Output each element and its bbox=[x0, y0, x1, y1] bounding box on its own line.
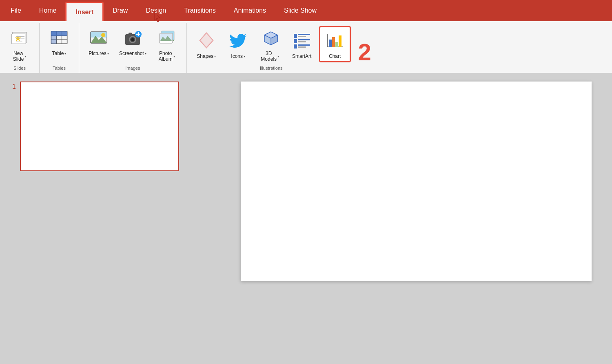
tab-animations[interactable]: Animations bbox=[225, 0, 275, 21]
shapes-button[interactable]: Shapes ▾ bbox=[192, 27, 221, 61]
table-label: Table bbox=[52, 51, 64, 56]
smartart-button[interactable]: SmartArt bbox=[287, 27, 317, 61]
main-slide-canvas[interactable] bbox=[241, 82, 592, 281]
slides-panel: 1 bbox=[0, 73, 220, 364]
icons-label: Icons bbox=[231, 53, 243, 59]
photo-album-label: PhotoAlbum bbox=[159, 51, 173, 62]
chart-label: Chart bbox=[329, 53, 341, 59]
pictures-button[interactable]: Pictures ▾ bbox=[84, 24, 113, 58]
svg-marker-31 bbox=[200, 33, 213, 48]
pictures-dropdown[interactable]: ▾ bbox=[107, 52, 109, 55]
slides-group-label: Slides bbox=[5, 64, 34, 73]
svg-point-16 bbox=[101, 33, 105, 37]
photo-album-button[interactable]: PhotoAlbum ▾ bbox=[152, 24, 182, 64]
tab-transitions[interactable]: Transitions bbox=[175, 0, 225, 21]
table-icon bbox=[48, 26, 71, 49]
tab-design[interactable]: Design bbox=[137, 0, 175, 21]
svg-rect-42 bbox=[294, 44, 297, 49]
svg-rect-40 bbox=[298, 39, 310, 40]
svg-rect-41 bbox=[298, 41, 306, 42]
tab-slideshow[interactable]: Slide Show bbox=[275, 0, 326, 21]
shapes-icon bbox=[195, 29, 218, 52]
3d-models-button[interactable]: 3DModels ▾ bbox=[255, 24, 285, 64]
icons-dropdown[interactable]: ▾ bbox=[244, 55, 245, 58]
icons-icon bbox=[227, 29, 250, 52]
slide-thumbnail-1[interactable] bbox=[20, 82, 179, 171]
pictures-label: Pictures bbox=[89, 51, 106, 56]
annotation-2: 2 bbox=[358, 38, 371, 66]
3d-models-dropdown[interactable]: ▾ bbox=[277, 55, 279, 58]
3d-models-label: 3DModels bbox=[261, 51, 277, 62]
screenshot-dropdown[interactable]: ▾ bbox=[145, 52, 146, 55]
shapes-label: Shapes bbox=[197, 53, 213, 59]
smartart-label: SmartArt bbox=[292, 53, 311, 59]
svg-rect-49 bbox=[335, 42, 338, 47]
svg-rect-50 bbox=[339, 35, 341, 47]
images-group-label: Images bbox=[84, 64, 182, 73]
main-area: 1 bbox=[0, 73, 612, 364]
svg-rect-44 bbox=[298, 46, 306, 48]
new-slide-icon: ★ bbox=[8, 26, 31, 49]
tab-bar: File Home Insert Draw Design Transitions… bbox=[0, 0, 612, 21]
illustrations-items: Shapes ▾ Icons ▾ bbox=[192, 24, 351, 64]
svg-rect-38 bbox=[298, 36, 306, 37]
shapes-dropdown[interactable]: ▾ bbox=[214, 55, 216, 58]
photo-album-dropdown[interactable]: ▾ bbox=[173, 55, 175, 58]
svg-rect-43 bbox=[298, 44, 310, 46]
slide-item-1: 1 bbox=[12, 82, 212, 171]
photo-album-icon bbox=[155, 26, 178, 49]
chart-button[interactable]: Chart bbox=[319, 26, 351, 62]
tables-group-label: Tables bbox=[44, 64, 74, 73]
new-slide-button[interactable]: ★ NewSlide ▾ bbox=[5, 24, 34, 64]
tables-items: Table ▾ bbox=[44, 24, 74, 64]
tab-home[interactable]: Home bbox=[30, 0, 66, 21]
svg-point-20 bbox=[131, 38, 134, 41]
pictures-icon bbox=[87, 26, 110, 49]
screenshot-button[interactable]: Screenshot ▾ bbox=[116, 24, 150, 58]
table-button[interactable]: Table ▾ bbox=[44, 24, 74, 58]
svg-rect-36 bbox=[294, 34, 297, 38]
tab-file[interactable]: File bbox=[2, 0, 30, 21]
chart-icon bbox=[324, 29, 346, 52]
slides-items: ★ NewSlide ▾ bbox=[5, 24, 34, 64]
tab-insert[interactable]: Insert bbox=[65, 2, 104, 21]
svg-rect-12 bbox=[51, 31, 56, 44]
group-slides: ★ NewSlide ▾ Slides bbox=[0, 23, 40, 73]
svg-rect-37 bbox=[298, 34, 310, 35]
screenshot-label: Screenshot bbox=[119, 51, 144, 56]
group-images: Pictures ▾ bbox=[79, 23, 187, 73]
main-slide-view bbox=[220, 73, 612, 364]
icons-button[interactable]: Icons ▾ bbox=[224, 27, 253, 61]
ribbon-content: ★ NewSlide ▾ Slides bbox=[0, 21, 612, 73]
new-slide-dropdown[interactable]: ▾ bbox=[24, 55, 26, 58]
group-tables: Table ▾ Tables bbox=[40, 23, 79, 73]
images-items: Pictures ▾ bbox=[84, 24, 182, 64]
smartart-icon bbox=[290, 29, 313, 52]
svg-rect-39 bbox=[294, 39, 297, 43]
svg-rect-48 bbox=[332, 37, 335, 47]
new-slide-label: NewSlide bbox=[13, 51, 24, 62]
table-dropdown[interactable]: ▾ bbox=[64, 52, 66, 55]
svg-rect-47 bbox=[329, 40, 332, 47]
screenshot-icon bbox=[121, 26, 144, 49]
group-illustrations: Shapes ▾ Icons ▾ bbox=[187, 23, 359, 73]
slide-number-1: 1 bbox=[12, 83, 16, 90]
ribbon: File Home Insert Draw Design Transitions… bbox=[0, 0, 612, 73]
illustrations-group-label: Illustrations bbox=[192, 64, 351, 73]
tab-draw[interactable]: Draw bbox=[104, 0, 137, 21]
svg-rect-21 bbox=[129, 33, 132, 35]
3d-models-icon bbox=[259, 26, 282, 49]
